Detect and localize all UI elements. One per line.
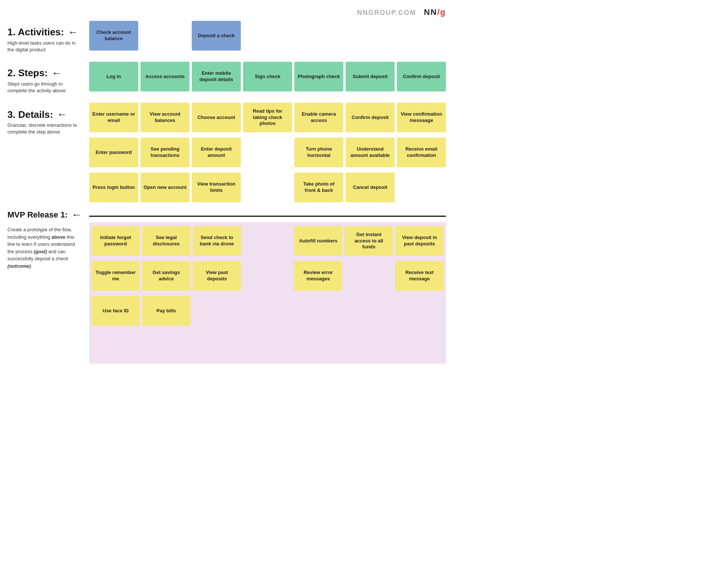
card-submit-deposit[interactable]: Submit deposit [346, 62, 395, 91]
card-access-accounts[interactable]: Access accounts [140, 62, 190, 91]
details-section: 3. Details: ← Granular, discrete interac… [7, 101, 446, 205]
mvp-divider-line [89, 216, 446, 221]
card-autofill-numbers[interactable]: Autofill numbers [294, 226, 342, 256]
card-view-past-deposits[interactable]: View past deposits [193, 261, 241, 291]
steps-desc: Steps users go through to complete the a… [7, 81, 82, 94]
card-receive-text-message[interactable]: Receive text message [395, 261, 444, 291]
card-read-tips[interactable]: Read tips for taking check photos [243, 103, 292, 132]
mvp-divider-row: MVP Release 1: ← [7, 209, 446, 221]
logo-site: NNGROUP.COM [357, 9, 416, 16]
card-get-savings-advice[interactable]: Get savings advice [142, 261, 190, 291]
card-photograph-check[interactable]: Photograph check [294, 62, 343, 91]
steps-label-cell: 2. Steps: ← Steps users go through to co… [7, 60, 89, 101]
card-deposit-check[interactable]: Deposit a check [192, 21, 241, 51]
activities-label-cell: 1. Activities: ← High-level tasks users … [7, 19, 89, 60]
details-arrow: ← [57, 109, 67, 120]
mvp-label-heading-cell: MVP Release 1: ← [7, 209, 89, 221]
card-take-photo[interactable]: Take photo of front & back [294, 173, 343, 202]
steps-heading: 2. Steps: ← [7, 67, 85, 79]
activities-arrow: ← [68, 26, 78, 38]
mvp-section: Create a prototype of the flow, includin… [7, 222, 446, 364]
card-pay-bills[interactable]: Pay bills [142, 296, 190, 326]
mvp-heading: MVP Release 1: ← [7, 209, 89, 221]
details-row-1: Enter username or email View account bal… [89, 101, 446, 134]
card-see-pending[interactable]: See pending transactions [140, 138, 190, 167]
details-heading: 3. Details: ← [7, 109, 85, 120]
steps-section: 2. Steps: ← Steps users go through to co… [7, 60, 446, 101]
mvp-row-3: Use face ID Pay bills [91, 294, 444, 327]
card-enter-password[interactable]: Enter password [89, 138, 138, 167]
card-receive-email-confirm[interactable]: Receive email confirmation [397, 138, 446, 167]
mvp-cards: Initiate forgot password See legal discl… [91, 225, 444, 327]
card-understand-amount[interactable]: Understand amount available [346, 138, 395, 167]
card-enter-deposit-amount[interactable]: Enter deposit amount [192, 138, 241, 167]
activities-row: Check account balance Deposit a check [89, 19, 446, 52]
mvp-cards-area: Initiate forgot password See legal discl… [89, 222, 446, 364]
mvp-label-cell: Create a prototype of the flow, includin… [7, 222, 89, 364]
card-initiate-forgot-password[interactable]: Initiate forgot password [91, 226, 140, 256]
steps-arrow: ← [51, 67, 62, 79]
card-see-legal[interactable]: See legal disclosures [142, 226, 190, 256]
card-enter-username[interactable]: Enter username or email [89, 103, 138, 132]
card-turn-phone-horizontal[interactable]: Turn phone horizontal [294, 138, 343, 167]
card-log-in[interactable]: Log in [89, 62, 138, 91]
card-enter-mobile-deposit[interactable]: Enter mobile deposit details [192, 62, 241, 91]
activities-desc: High-level tasks users can do in the dig… [7, 40, 82, 53]
details-desc: Granular, discrete interactions to compl… [7, 122, 82, 135]
details-row-2: Enter password See pending transactions … [89, 136, 446, 169]
page-wrapper: { "logo": { "site": "NNGROUP.COM", "bran… [7, 7, 446, 364]
steps-cards: Log in Access accounts Enter mobile depo… [89, 60, 446, 101]
activities-section: 1. Activities: ← High-level tasks users … [7, 19, 446, 60]
logo: NNGROUP.COM NN/g [357, 7, 446, 17]
card-view-account-balances[interactable]: View account balances [140, 103, 190, 132]
activities-heading: 1. Activities: ← [7, 26, 85, 38]
card-confirm-deposit-detail[interactable]: Confirm deposit [346, 103, 395, 132]
mvp-arrow: ← [71, 209, 82, 221]
card-cancel-deposit[interactable]: Cancel deposit [346, 173, 395, 202]
card-press-login[interactable]: Press login button [89, 173, 138, 202]
card-check-account-balance[interactable]: Check account balance [89, 21, 138, 51]
card-view-confirmation[interactable]: View confirmation messaage [397, 103, 446, 132]
logo-brand: NN/g [424, 7, 446, 17]
card-confirm-deposit-step[interactable]: Confirm deposit [397, 62, 446, 91]
card-view-transaction-limits[interactable]: View transaction limits [192, 173, 241, 202]
card-send-check-drone[interactable]: Send check to bank via drone [193, 226, 241, 256]
details-row-3: Press login button Open new account View… [89, 171, 446, 204]
header: NNGROUP.COM NN/g [7, 7, 446, 17]
mvp-desc: Create a prototype of the flow, includin… [7, 226, 82, 270]
card-sign-check[interactable]: Sign check [243, 62, 292, 91]
card-enable-camera[interactable]: Enable camera access [294, 103, 343, 132]
card-review-error-messages[interactable]: Review error messages [294, 261, 342, 291]
details-cards: Enter username or email View account bal… [89, 101, 446, 205]
details-label-cell: 3. Details: ← Granular, discrete interac… [7, 101, 89, 205]
mvp-row-1: Initiate forgot password See legal discl… [91, 225, 444, 257]
card-get-instant-access[interactable]: Get instant access to all funds [344, 226, 393, 256]
card-choose-account[interactable]: Choose account [192, 103, 241, 132]
card-toggle-remember[interactable]: Toggle remember me [91, 261, 140, 291]
card-use-face-id[interactable]: Use face ID [91, 296, 140, 326]
mvp-row-2: Toggle remember me Get savings advice Vi… [91, 260, 444, 292]
card-open-new-account[interactable]: Open new account [140, 173, 190, 202]
card-view-deposit-past[interactable]: View deposit in past deposits [395, 226, 444, 256]
activities-cards: Check account balance Deposit a check [89, 19, 446, 60]
steps-row: Log in Access accounts Enter mobile depo… [89, 60, 446, 93]
